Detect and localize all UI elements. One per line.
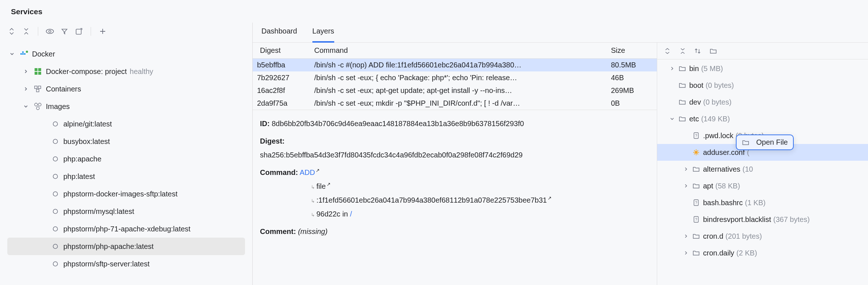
file-row[interactable]: boot(0 bytes) (657, 77, 868, 94)
file-row[interactable]: ?bindresvport.blacklist(367 bytes) (657, 211, 868, 228)
filter-icon[interactable] (60, 27, 69, 36)
image-label: php:latest (63, 172, 95, 181)
file-row[interactable]: cron.daily(2 KB) (657, 245, 868, 261)
file-tree[interactable]: bin(5 MB)boot(0 bytes)dev(0 bytes)etc(14… (657, 59, 868, 285)
circle-icon (51, 172, 60, 181)
cell-digest: 2da9f75a (253, 99, 309, 108)
file-name: alternatives (703, 165, 740, 173)
svg-point-15 (35, 103, 38, 106)
chevron-icon[interactable] (669, 117, 675, 121)
tab-layers[interactable]: Layers (312, 27, 334, 43)
folder-icon (678, 81, 686, 89)
expand-all-icon[interactable] (663, 47, 672, 55)
layers-table-header: Digest Command Size (253, 43, 657, 59)
image-label: phpstorm/mysql:latest (63, 207, 134, 216)
svg-rect-3 (20, 53, 22, 55)
file-row[interactable]: ?bash.bashrc(1 KB) (657, 194, 868, 211)
tree-label: Containers (46, 85, 81, 93)
th-digest[interactable]: Digest (253, 46, 309, 55)
content-split: Digest Command Size b5ebffba /bin/sh -c … (253, 43, 868, 285)
tree-node-docker[interactable]: Docker (0, 45, 252, 63)
context-menu[interactable]: Open File (736, 134, 794, 150)
docker-icon (20, 50, 28, 58)
image-label: phpstorm/sftp-server:latest (63, 260, 150, 268)
circle-icon (51, 190, 60, 198)
cmd-trailing-link[interactable]: / (350, 210, 352, 218)
tree-image-item[interactable]: php:latest (0, 168, 252, 185)
add-icon[interactable] (98, 27, 107, 36)
eye-icon[interactable] (46, 27, 54, 36)
sort-icon[interactable] (694, 47, 702, 55)
tree-node-containers[interactable]: Containers (0, 80, 252, 98)
tree-image-item[interactable]: phpstorm/sftp-server:latest (0, 255, 252, 273)
folder-icon (692, 165, 700, 173)
file-row[interactable]: etc(149 KB) (657, 110, 868, 127)
gear-icon (692, 148, 700, 156)
svg-rect-9 (38, 68, 41, 71)
tree-image-item[interactable]: php:apache (0, 150, 252, 168)
file-row[interactable]: cron.d(201 bytes) (657, 228, 868, 245)
svg-point-29 (695, 151, 698, 154)
tree-image-item[interactable]: alpine/git:latest (0, 115, 252, 133)
chevron-down-icon[interactable] (9, 51, 15, 57)
tree-image-item[interactable]: phpstorm-docker-images-sftp:latest (0, 185, 252, 203)
file-row[interactable]: alternatives(10 (657, 161, 868, 177)
image-label: alpine/git:latest (63, 120, 112, 128)
new-window-icon[interactable] (75, 27, 83, 36)
tab-dashboard[interactable]: Dashboard (261, 27, 297, 42)
chevron-icon[interactable] (683, 251, 689, 255)
services-tree[interactable]: Docker Docker-compose: project healthy (0, 40, 252, 285)
svg-rect-13 (38, 86, 41, 89)
circle-icon (51, 207, 60, 216)
svg-point-16 (38, 103, 41, 106)
th-command[interactable]: Command (309, 46, 606, 55)
layer-details: ID: 8db6bb20fb34b706c9d46ea9eaac14818788… (253, 110, 657, 245)
chevron-right-icon[interactable] (23, 86, 29, 92)
file-size: (5 MB) (701, 65, 723, 73)
layers-table-body: b5ebffba /bin/sh -c #(nop) ADD file:1f1e… (253, 59, 657, 110)
circle-icon (51, 155, 60, 163)
services-tree-panel: Docker Docker-compose: project healthy (0, 23, 253, 285)
file-size: (201 bytes) (726, 232, 762, 241)
image-label: busybox:latest (63, 137, 110, 146)
tree-node-compose[interactable]: Docker-compose: project healthy (0, 63, 252, 80)
svg-rect-11 (38, 72, 41, 75)
svg-point-1 (49, 30, 51, 32)
collapse-all-icon[interactable] (22, 27, 31, 36)
folder-icon[interactable] (709, 47, 718, 55)
chevron-right-icon[interactable] (23, 68, 29, 75)
chevron-icon[interactable] (669, 67, 675, 70)
file-size: (367 bytes) (773, 215, 810, 224)
files-toolbar (657, 43, 868, 59)
collapse-all-icon[interactable] (678, 47, 687, 55)
file-row[interactable]: dev(0 bytes) (657, 94, 868, 110)
chevron-icon[interactable] (683, 184, 689, 188)
file-name: cron.d (703, 232, 723, 241)
svg-point-23 (53, 209, 58, 214)
file-row[interactable]: apt(58 KB) (657, 177, 868, 194)
svg-rect-2 (76, 29, 81, 34)
table-row[interactable]: 7b292627 /bin/sh -c set -eux; { echo 'Pa… (253, 71, 657, 84)
detail-command-link[interactable]: ADD (300, 168, 315, 176)
file-name: apt (703, 182, 713, 190)
circle-icon (51, 137, 60, 146)
tree-node-images[interactable]: Images (0, 98, 252, 115)
expand-all-icon[interactable] (7, 27, 16, 36)
svg-rect-12 (35, 86, 37, 89)
file-row[interactable]: bin(5 MB) (657, 60, 868, 77)
svg-text:?: ? (695, 218, 697, 222)
table-row[interactable]: 2da9f75a /bin/sh -c set -eux; mkdir -p "… (253, 97, 657, 110)
folder-icon (692, 249, 700, 257)
table-row[interactable]: 16ac2f8f /bin/sh -c set -eux; apt-get up… (253, 84, 657, 97)
tree-image-item[interactable]: phpstorm/php-71-apache-xdebug:latest (0, 220, 252, 238)
tree-image-item[interactable]: phpstorm/mysql:latest (0, 203, 252, 220)
tree-image-item[interactable]: busybox:latest (0, 133, 252, 150)
tree-image-item-selected[interactable]: phpstorm/php-apache:latest (7, 238, 245, 255)
context-menu-label[interactable]: Open File (756, 138, 788, 147)
th-size[interactable]: Size (606, 46, 657, 55)
svg-point-26 (53, 262, 58, 266)
table-row[interactable]: b5ebffba /bin/sh -c #(nop) ADD file:1f1e… (253, 59, 657, 71)
chevron-icon[interactable] (683, 167, 689, 171)
chevron-icon[interactable] (683, 234, 689, 238)
chevron-down-icon[interactable] (23, 103, 29, 110)
